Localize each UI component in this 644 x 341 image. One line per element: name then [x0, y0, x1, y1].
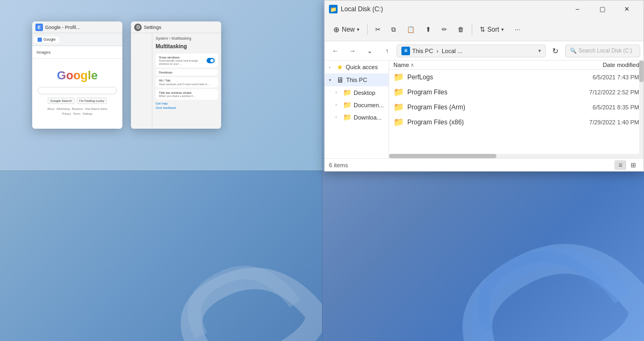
more-button[interactable]: ···	[510, 24, 524, 35]
sort-icon: ⇅	[480, 26, 485, 33]
nav-documents[interactable]: › 📁 Documen...	[325, 99, 389, 111]
table-row[interactable]: 📁 Program Files 7/12/2022 2:52 PM	[389, 85, 643, 100]
rename-button[interactable]: ✏	[437, 24, 451, 35]
name-sort-icon: ∧	[411, 62, 414, 68]
maximize-button[interactable]: ▢	[590, 1, 614, 18]
settings-page-title: Multitasking	[156, 43, 218, 49]
recent-locations-button[interactable]: ⌄	[362, 43, 377, 58]
back-button[interactable]: ←	[328, 43, 343, 58]
file-name: Program Files (Arm)	[407, 103, 465, 111]
quick-access-label: Quick acces	[346, 64, 378, 70]
file-explorer-icon: 📁	[329, 5, 338, 13]
chrome-toolbar: Google	[32, 33, 122, 46]
paste-button[interactable]: 📋	[402, 24, 419, 35]
downloads-label: Downloa...	[354, 114, 382, 121]
forward-button[interactable]: →	[345, 43, 360, 58]
nav-desktop[interactable]: › 📁 Desktop	[325, 86, 389, 99]
name-column-header[interactable]: Name ∧	[393, 62, 564, 68]
documents-label: Documen...	[354, 102, 384, 108]
view-toggle: ≡ ⊞	[614, 160, 639, 170]
copy-icon: ⧉	[391, 26, 396, 33]
file-name: Program Files (x86)	[407, 118, 464, 126]
snap-toggle[interactable]	[207, 58, 215, 63]
alttab-label: Alt / Tab	[159, 79, 215, 82]
refresh-button[interactable]: ↻	[548, 43, 563, 58]
file-explorer-title: Local Disk (C:)	[341, 5, 562, 13]
vertical-scrollbar-thumb	[639, 61, 643, 82]
help-link[interactable]: Get help	[156, 102, 218, 105]
chrome-body: Google Google Search I'm Feeling Lucky A…	[32, 59, 122, 129]
up-button[interactable]: ↑	[379, 43, 394, 58]
delete-button[interactable]: 🗑	[453, 24, 469, 35]
thumbnail-settings[interactable]: ⚙ Settings System › Multitasking Multita…	[131, 21, 221, 129]
table-row[interactable]: 📁 Program Files (Arm) 6/5/2021 8:35 PM	[389, 100, 643, 115]
minimize-button[interactable]: –	[565, 1, 590, 18]
address-bar[interactable]: 🖥 This PC › Local ... ▾	[397, 45, 546, 57]
settings-main: System › Multitasking Multitasking Snap …	[152, 33, 221, 129]
settings-desktops-item: Desktops	[156, 69, 218, 76]
list-view-button[interactable]: ≡	[614, 160, 626, 170]
desktop-quadrant-bl	[0, 171, 322, 341]
chrome-footer: About Advertising Business How Search wo…	[47, 107, 107, 115]
sort-chevron-icon: ▾	[501, 27, 504, 32]
cut-button[interactable]: ✂	[371, 24, 385, 35]
nav-this-pc[interactable]: ▾ 🖥 This PC	[325, 73, 389, 86]
search-bar[interactable]: 🔍 Search Local Disk (C:)	[565, 45, 640, 57]
date-column-header[interactable]: Date modified	[564, 62, 639, 68]
chrome-icon: E	[35, 24, 43, 31]
table-row[interactable]: 📁 Program Files (x86) 7/29/2022 1:40 PM	[389, 115, 643, 130]
vertical-scrollbar[interactable]	[639, 61, 643, 154]
new-button[interactable]: ⊕ New ▾	[329, 23, 364, 36]
file-name-cell: 📁 PerfLogs	[393, 72, 564, 82]
new-chevron-icon: ▾	[357, 27, 360, 32]
table-row[interactable]: 📁 PerfLogs 6/5/2021 7:43 PM	[389, 70, 643, 85]
horizontal-scrollbar-thumb	[389, 154, 496, 158]
settings-breadcrumb: System › Multitasking	[156, 36, 218, 40]
copy-button[interactable]: ⧉	[387, 24, 400, 35]
folder-icon: 📁	[393, 102, 404, 112]
google-search-btn: Google Search	[48, 98, 75, 104]
folder-icon: 📁	[393, 72, 404, 82]
google-logo: Google	[57, 69, 98, 83]
desktop-label: Desktop	[354, 90, 375, 96]
documents-folder-icon: 📁	[343, 101, 352, 109]
desktop-folder-icon: 📁	[343, 88, 352, 97]
cut-icon: ✂	[375, 26, 380, 33]
sort-button[interactable]: ⇅ Sort ▾	[475, 24, 508, 35]
settings-help-section: Get help Give feedback	[156, 102, 218, 109]
file-name-cell: 📁 Program Files (Arm)	[393, 102, 564, 112]
navigation-pane: › ★ Quick acces ▾ 🖥 This PC › 📁 Desktop …	[325, 61, 389, 158]
status-text: 6 items	[329, 162, 348, 168]
settings-title: Settings	[144, 25, 162, 30]
share-icon: ⬆	[426, 26, 431, 33]
taskview-thumbnails: E Google - Profil... Google Images Googl…	[32, 21, 221, 129]
paste-icon: 📋	[407, 26, 415, 33]
share-button[interactable]: ⬆	[421, 24, 435, 35]
rename-icon: ✏	[442, 26, 447, 33]
file-date-cell: 7/12/2022 2:52 PM	[564, 89, 639, 95]
horizontal-scrollbar[interactable]	[389, 154, 643, 158]
toolbar-separator-1	[367, 24, 368, 35]
file-explorer-statusbar: 6 items ≡ ⊞	[325, 158, 643, 171]
quick-access-star-icon: ★	[336, 63, 343, 71]
shake-sub: When you shake a window it ...	[159, 94, 196, 98]
close-button[interactable]: ✕	[614, 1, 639, 18]
downloads-folder-icon: 📁	[343, 113, 352, 121]
chrome-images-nav: Images	[32, 46, 122, 59]
feedback-link[interactable]: Give feedback	[156, 106, 218, 109]
file-explorer-content: › ★ Quick acces ▾ 🖥 This PC › 📁 Desktop …	[325, 61, 643, 158]
nav-downloads[interactable]: › 📁 Downloa...	[325, 111, 389, 123]
nav-quick-access[interactable]: › ★ Quick acces	[325, 61, 389, 73]
downloads-chevron-icon: ›	[335, 115, 341, 120]
file-date-cell: 6/5/2021 8:35 PM	[564, 104, 639, 110]
search-placeholder: Search Local Disk (C:)	[579, 48, 632, 54]
this-pc-icon: 🖥	[336, 76, 344, 84]
window-controls: – ▢ ✕	[565, 1, 639, 18]
documents-chevron-icon: ›	[335, 102, 341, 107]
thumbnail-chrome[interactable]: E Google - Profil... Google Images Googl…	[32, 21, 122, 129]
chrome-tab: Google	[34, 36, 59, 43]
folder-icon: 📁	[393, 117, 404, 127]
alttab-sub: Open windows and 5 most recent tabs in .…	[159, 83, 215, 86]
file-name: PerfLogs	[407, 73, 433, 81]
grid-view-button[interactable]: ⊞	[627, 160, 639, 170]
